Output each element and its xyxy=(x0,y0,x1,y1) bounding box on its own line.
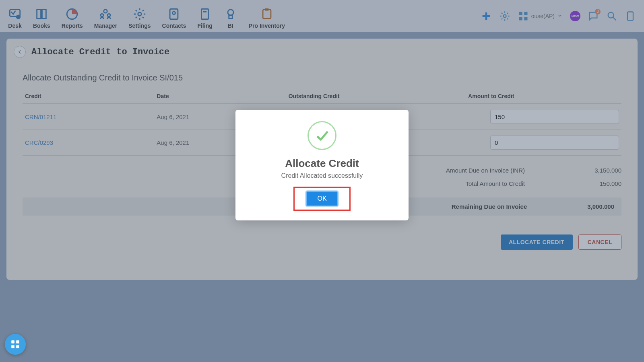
svg-rect-23 xyxy=(11,340,14,343)
ok-button[interactable]: OK xyxy=(306,191,338,206)
ok-highlight-box: OK xyxy=(293,187,350,211)
check-circle-icon xyxy=(308,121,336,150)
modal-overlay: Allocate Credit Credit Allocated success… xyxy=(0,0,644,362)
apps-grid-icon xyxy=(10,339,21,350)
svg-rect-26 xyxy=(16,345,19,348)
svg-rect-24 xyxy=(16,340,19,343)
modal-title: Allocate Credit xyxy=(244,157,400,170)
apps-fab[interactable] xyxy=(5,334,26,355)
svg-rect-25 xyxy=(11,345,14,348)
success-modal: Allocate Credit Credit Allocated success… xyxy=(235,110,409,220)
modal-message: Credit Allocated successfully xyxy=(244,172,400,179)
